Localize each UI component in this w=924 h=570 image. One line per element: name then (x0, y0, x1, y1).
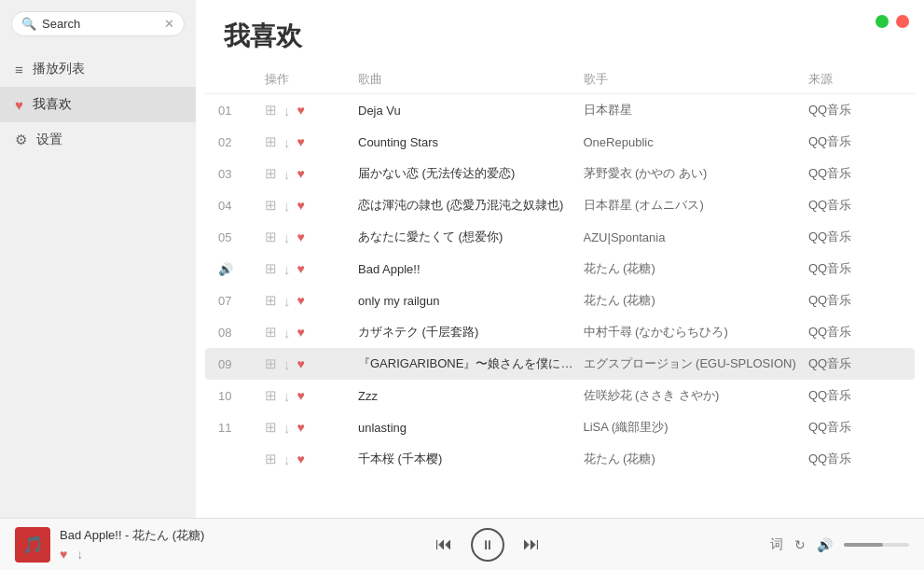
track-actions: ⊞↓♥ (265, 102, 358, 118)
table-row[interactable]: 03⊞↓♥届かない恋 (无法传达的爱恋)茅野愛衣 (かやの あい)QQ音乐 (205, 158, 915, 189)
track-title: 千本桜 (千本樱) (358, 451, 584, 467)
table-row[interactable]: ⊞↓♥千本桜 (千本樱)花たん (花糖)QQ音乐 (205, 443, 915, 475)
add-to-playlist-button[interactable]: ⊞ (265, 292, 277, 309)
close-button[interactable] (896, 15, 909, 28)
player-love-button[interactable]: ♥ (60, 547, 67, 562)
add-to-playlist-button[interactable]: ⊞ (265, 355, 277, 372)
col-artist: 歌手 (584, 71, 809, 88)
track-artist: 佐咲紗花 (ささき さやか) (584, 387, 809, 404)
table-row[interactable]: 05⊞↓♥あなたに愛たくて (想爱你)AZU|SpontaniaQQ音乐 (205, 221, 915, 253)
table-row[interactable]: 11⊞↓♥unlastingLiSA (織部里沙)QQ音乐 (205, 411, 915, 443)
track-number: 🔊 (218, 262, 265, 276)
love-button[interactable]: ♥ (297, 198, 305, 213)
maximize-button[interactable] (876, 15, 889, 28)
sidebar-item-favorites[interactable]: ♥ 我喜欢 (0, 87, 196, 122)
track-source: QQ音乐 (808, 229, 902, 245)
next-button[interactable]: ⏭ (523, 535, 540, 554)
love-button[interactable]: ♥ (297, 134, 305, 149)
col-num (218, 71, 265, 88)
window-controls (876, 15, 909, 28)
love-button[interactable]: ♥ (297, 452, 305, 466)
download-button[interactable]: ↓ (283, 166, 291, 182)
track-source: QQ音乐 (808, 197, 902, 214)
track-title: only my railgun (358, 294, 584, 308)
volume-slider[interactable] (844, 543, 909, 547)
download-button[interactable]: ↓ (283, 356, 291, 372)
search-bar[interactable]: 🔍 ✕ (11, 11, 185, 36)
track-source: QQ音乐 (808, 260, 902, 277)
player-title: Bad Apple!! - 花たん (花糖) (60, 527, 204, 544)
add-to-playlist-button[interactable]: ⊞ (265, 229, 277, 245)
download-button[interactable]: ↓ (283, 229, 291, 245)
love-button[interactable]: ♥ (297, 229, 305, 244)
love-button[interactable]: ♥ (297, 356, 305, 371)
table-row[interactable]: 04⊞↓♥恋は渾沌の隷也 (恋愛乃混沌之奴隷也)日本群星 (オムニバス)QQ音乐 (205, 189, 915, 221)
pause-button[interactable]: ⏸ (471, 528, 504, 562)
track-source: QQ音乐 (808, 292, 902, 309)
track-number: 01 (218, 104, 265, 118)
track-actions: ⊞↓♥ (265, 355, 358, 372)
love-button[interactable]: ♥ (297, 325, 305, 340)
loop-button[interactable]: ↻ (794, 537, 806, 552)
heart-icon: ♥ (15, 97, 23, 113)
track-actions: ⊞↓♥ (265, 324, 358, 341)
download-button[interactable]: ↓ (283, 325, 291, 341)
table-row[interactable]: 07⊞↓♥only my railgun花たん (花糖)QQ音乐 (205, 285, 915, 316)
add-to-playlist-button[interactable]: ⊞ (265, 197, 277, 214)
table-row[interactable]: 08⊞↓♥カザネテク (千层套路)中村千尋 (なかむらちひろ)QQ音乐 (205, 316, 915, 348)
track-title: 届かない恋 (无法传达的爱恋) (358, 165, 584, 182)
sidebar-item-settings[interactable]: ⚙ 设置 (0, 122, 196, 158)
search-clear-button[interactable]: ✕ (164, 18, 174, 30)
love-button[interactable]: ♥ (297, 388, 305, 403)
download-button[interactable]: ↓ (283, 261, 291, 277)
player-bar: 🎵 Bad Apple!! - 花たん (花糖) ♥ ↓ ⏮ ⏸ ⏭ 词 ↻ 🔊 (0, 518, 924, 570)
col-title: 歌曲 (358, 71, 584, 88)
player-controls-right: 词 ↻ 🔊 (770, 536, 909, 553)
love-button[interactable]: ♥ (297, 293, 305, 308)
track-actions: ⊞↓♥ (265, 292, 358, 309)
download-button[interactable]: ↓ (283, 198, 291, 214)
download-button[interactable]: ↓ (283, 293, 291, 309)
lyrics-button[interactable]: 词 (770, 536, 783, 553)
add-to-playlist-button[interactable]: ⊞ (265, 133, 277, 150)
track-number: 08 (218, 326, 265, 340)
player-download-button[interactable]: ↓ (76, 547, 83, 562)
add-to-playlist-button[interactable]: ⊞ (265, 102, 277, 118)
download-button[interactable]: ↓ (283, 134, 291, 150)
search-input[interactable] (42, 17, 159, 31)
add-to-playlist-button[interactable]: ⊞ (265, 324, 277, 341)
love-button[interactable]: ♥ (297, 420, 305, 435)
main-content: 我喜欢 操作 歌曲 歌手 来源 01⊞↓♥Deja Vu日本群星QQ音乐02⊞↓… (196, 0, 924, 518)
love-button[interactable]: ♥ (297, 103, 305, 118)
sidebar: 🔍 ✕ ≡ 播放列表 ♥ 我喜欢 ⚙ 设置 (0, 0, 196, 518)
track-actions: ⊞↓♥ (265, 165, 358, 182)
table-row[interactable]: 10⊞↓♥Zzz佐咲紗花 (ささき さやか)QQ音乐 (205, 380, 915, 411)
add-to-playlist-button[interactable]: ⊞ (265, 165, 277, 182)
love-button[interactable]: ♥ (297, 261, 305, 276)
sidebar-item-playlist[interactable]: ≡ 播放列表 (0, 51, 196, 87)
table-row[interactable]: 01⊞↓♥Deja Vu日本群星QQ音乐 (205, 94, 915, 126)
track-number: 04 (218, 199, 265, 213)
track-title: カザネテク (千层套路) (358, 324, 584, 341)
table-row[interactable]: 🔊⊞↓♥Bad Apple!!花たん (花糖)QQ音乐 (205, 253, 915, 285)
track-title: Counting Stars (358, 135, 584, 149)
add-to-playlist-button[interactable]: ⊞ (265, 387, 277, 404)
download-button[interactable]: ↓ (283, 103, 291, 118)
track-artist: 花たん (花糖) (584, 292, 809, 309)
add-to-playlist-button[interactable]: ⊞ (265, 451, 277, 467)
app-container: 🔍 ✕ ≡ 播放列表 ♥ 我喜欢 ⚙ 设置 我喜欢 操作 歌曲 歌手 来源 (0, 0, 924, 518)
sidebar-item-favorites-label: 我喜欢 (33, 96, 72, 113)
download-button[interactable]: ↓ (283, 420, 291, 436)
download-button[interactable]: ↓ (283, 452, 291, 467)
table-header: 操作 歌曲 歌手 来源 (205, 65, 915, 94)
track-title: あなたに愛たくて (想爱你) (358, 229, 584, 245)
track-artist: AZU|Spontania (584, 230, 809, 244)
table-row[interactable]: 09⊞↓♥『GARIGARIBONE』〜娘さんを僕にくださエグスプロージョン (… (205, 348, 915, 380)
table-row[interactable]: 02⊞↓♥Counting StarsOneRepublicQQ音乐 (205, 126, 915, 158)
add-to-playlist-button[interactable]: ⊞ (265, 260, 277, 277)
love-button[interactable]: ♥ (297, 166, 305, 181)
download-button[interactable]: ↓ (283, 388, 291, 404)
prev-button[interactable]: ⏮ (435, 535, 452, 554)
add-to-playlist-button[interactable]: ⊞ (265, 419, 277, 436)
playlist-icon: ≡ (15, 62, 23, 77)
